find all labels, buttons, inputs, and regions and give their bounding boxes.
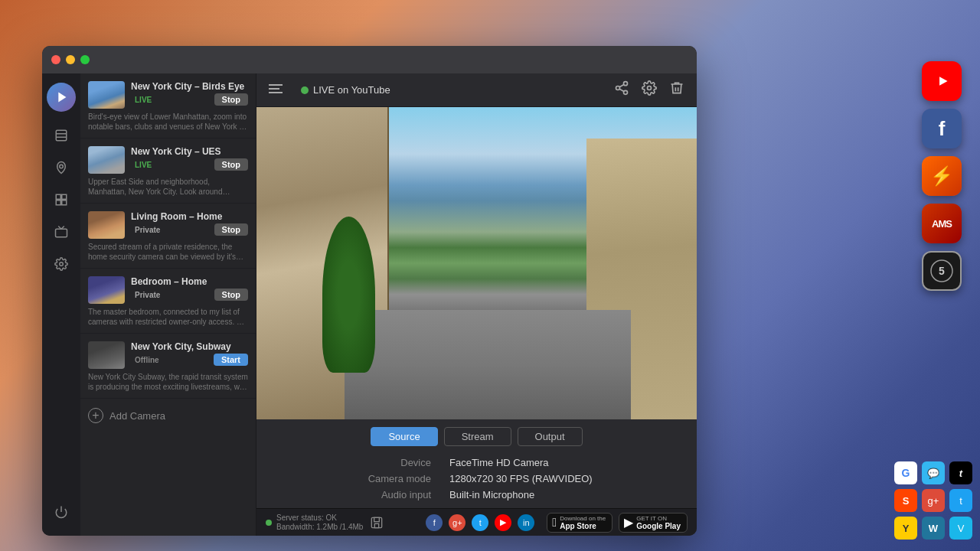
sidebar-icon-tv[interactable] (47, 217, 76, 246)
camera-thumb-1 (88, 146, 125, 174)
sidebar-icon-grid[interactable] (47, 185, 76, 214)
bdock-vimeo[interactable]: V (949, 517, 972, 540)
appstore-name: App Store (560, 522, 606, 530)
server-status: Server status: OK Bandwidth: 1.2Mb /1.4M… (266, 514, 383, 532)
dock-ams[interactable]: AMS (922, 204, 962, 243)
delete-icon[interactable] (669, 80, 684, 99)
dock-s5[interactable]: 5 (922, 251, 962, 291)
camera-status-3: Private (131, 290, 164, 300)
add-camera-button[interactable]: + Add Camera (80, 399, 256, 432)
camera-name-0: New York City – Birds Eye (131, 81, 248, 92)
minimize-button[interactable] (66, 55, 75, 64)
device-label: Device (293, 457, 431, 468)
sidebar-icon-location[interactable] (47, 153, 76, 182)
share-icon[interactable] (614, 80, 629, 99)
title-bar (42, 46, 697, 73)
svg-point-20 (648, 86, 652, 90)
svg-point-16 (616, 86, 620, 90)
main-content: New York City – Birds Eye LIVE Stop Bird… (42, 73, 697, 536)
social-youtube[interactable]: ▶ (495, 514, 511, 531)
bdock-wordpress[interactable]: W (922, 517, 945, 540)
camera-list: New York City – Birds Eye LIVE Stop Bird… (80, 73, 256, 536)
server-status-dot (266, 520, 272, 526)
sidebar-icon-power[interactable] (47, 497, 76, 527)
sidebar-icon-settings[interactable] (47, 249, 76, 279)
camera-name-3: Bedroom – Home (131, 276, 248, 287)
tab-source[interactable]: Source (371, 427, 437, 446)
settings-icon[interactable] (642, 80, 657, 99)
svg-rect-5 (56, 194, 60, 199)
camera-thumb-4 (88, 341, 125, 369)
camera-action-2[interactable]: Stop (214, 223, 248, 236)
bdock-google[interactable]: G (894, 461, 917, 484)
camera-action-3[interactable]: Stop (214, 289, 248, 301)
svg-rect-7 (56, 201, 60, 205)
camera-name-2: Living Room – Home (131, 211, 248, 222)
svg-rect-21 (372, 517, 382, 527)
camera-desc-1: Upper East Side and neighborhood, Manhat… (88, 177, 248, 197)
camera-mode-label: Camera mode (293, 473, 431, 484)
camera-name-4: New York City, Subway (131, 341, 248, 352)
camera-action-4[interactable]: Start (214, 354, 248, 366)
bdock-stumble[interactable]: S (894, 489, 917, 512)
bdock-yelp[interactable]: Y (894, 517, 917, 540)
camera-desc-0: Bird's-eye view of Lower Manhattan, zoom… (88, 112, 248, 132)
svg-rect-8 (62, 201, 67, 205)
icon-sidebar (42, 73, 80, 536)
camera-status-1: LIVE (131, 160, 155, 170)
social-twitter[interactable]: t (472, 514, 488, 531)
camera-info-3: Bedroom – Home Private Stop (131, 276, 248, 304)
bdock-gplus[interactable]: g+ (922, 489, 945, 512)
maximize-button[interactable] (80, 55, 90, 64)
close-button[interactable] (51, 55, 60, 64)
camera-item-1[interactable]: New York City – UES LIVE Stop Upper East… (80, 139, 256, 204)
right-dock: f ⚡ AMS 5 (922, 61, 962, 291)
svg-rect-22 (374, 517, 380, 521)
camera-item-0[interactable]: New York City – Birds Eye LIVE Stop Bird… (80, 73, 256, 139)
tab-output[interactable]: Output (518, 427, 583, 446)
camera-thumb-3 (88, 276, 125, 304)
traffic-lights (51, 55, 90, 64)
add-camera-icon: + (88, 408, 103, 423)
footer-stores:  Download on the App Store ▶ GET IT ON … (547, 513, 688, 533)
social-facebook[interactable]: f (426, 514, 443, 531)
dock-facebook[interactable]: f (922, 109, 962, 148)
audio-input-value: Built-in Microphone (449, 489, 660, 500)
logo-button[interactable] (47, 83, 76, 112)
device-value: FaceTime HD Camera (449, 457, 660, 468)
camera-action-0[interactable]: Stop (214, 93, 248, 106)
camera-thumb-0 (88, 81, 125, 109)
bandwidth-text: Bandwidth: 1.2Mb /1.4Mb (276, 523, 363, 532)
camera-mode-value: 980x551 30 FPS (RAWVIDEO) (449, 473, 660, 484)
bdock-twitter[interactable]: t (949, 489, 972, 512)
camera-desc-4: New York City Subway, the rapid transit … (88, 372, 248, 392)
bdock-tumblr[interactable]: t (949, 461, 972, 484)
social-googleplus[interactable]: g+ (449, 514, 466, 531)
sidebar-icon-book[interactable] (47, 121, 76, 150)
top-bar-left: LIVE on YouTube (269, 83, 390, 97)
svg-line-19 (619, 84, 624, 86)
appstore-badge[interactable]:  Download on the App Store (547, 513, 612, 533)
camera-action-1[interactable]: Stop (214, 158, 248, 171)
video-preview (256, 107, 697, 419)
svg-rect-9 (56, 229, 67, 237)
svg-point-10 (60, 262, 64, 266)
googleplay-icon: ▶ (624, 515, 633, 530)
camera-item-3[interactable]: Bedroom – Home Private Stop The master b… (80, 269, 256, 334)
street-road (345, 310, 631, 419)
dock-youtube[interactable] (922, 61, 962, 101)
footer-social: f g+ t ▶ in (426, 514, 534, 531)
street-trees (322, 217, 375, 373)
audio-input-label: Audio input (293, 489, 431, 500)
bdock-message[interactable]: 💬 (922, 461, 945, 484)
camera-info-4: New York City, Subway Offline Start (131, 341, 248, 369)
googleplay-badge[interactable]: ▶ GET IT ON Google Play (619, 513, 688, 533)
dock-lightning[interactable]: ⚡ (922, 156, 962, 196)
camera-item-4[interactable]: New York City, Subway Offline Start New … (80, 334, 256, 399)
live-indicator: LIVE on YouTube (301, 84, 390, 96)
social-linkedin[interactable]: in (518, 514, 534, 531)
tab-stream[interactable]: Stream (444, 427, 511, 446)
camera-item-2[interactable]: Living Room – Home Private Stop Secured … (80, 204, 256, 269)
menu-icon[interactable] (269, 83, 283, 97)
camera-status-0: LIVE (131, 95, 155, 105)
